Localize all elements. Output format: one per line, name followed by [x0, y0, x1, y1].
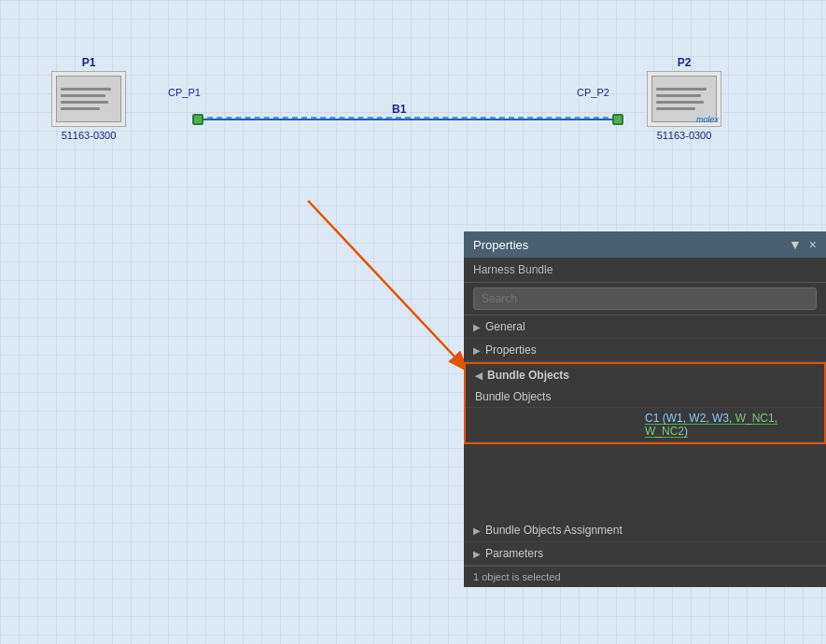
w-nc1-value: W_NC1, W_NC2 [645, 412, 777, 438]
chevron-down-icon: ◀ [475, 371, 483, 381]
section-bundle-assignment[interactable]: ▶ Bundle Objects Assignment [464, 519, 826, 542]
component-p1-box [51, 71, 126, 127]
bundle-wire [198, 115, 618, 124]
section-properties-label: Properties [485, 343, 537, 357]
bundle-objects-content: Bundle Objects C1 (W1, W2, W3, W_NC1, W_… [466, 386, 824, 442]
close-icon[interactable]: × [809, 237, 817, 252]
panel-header: Properties ▼ × [464, 231, 826, 258]
cp-p2-label: CP_P2 [577, 87, 609, 98]
component-p1-label: P1 [82, 56, 96, 69]
component-p2-label: P2 [678, 56, 692, 69]
conn-dot-right [612, 114, 623, 125]
canvas: P1 51163-0300 CP_P1 P2 molex 51163-0300 [0, 0, 826, 644]
panel-header-actions[interactable]: ▼ × [789, 237, 817, 252]
status-text: 1 object is selected [473, 571, 561, 582]
panel-type-label: Harness Bundle [464, 258, 826, 283]
section-parameters-label: Parameters [485, 547, 543, 560]
conn-dot-left [192, 114, 203, 125]
bundle-objects-row2-value: C1 (W1, W2, W3, W_NC1, W_NC2) [645, 412, 815, 438]
section-bundle-assignment-label: Bundle Objects Assignment [485, 524, 623, 537]
search-bar[interactable] [464, 283, 826, 315]
status-bar: 1 object is selected [464, 566, 826, 587]
component-p2-box: molex [647, 71, 721, 127]
section-properties[interactable]: ▶ Properties [464, 339, 826, 362]
bundle-objects-header[interactable]: ◀ Bundle Objects [466, 364, 824, 386]
component-p2-sublabel: 51163-0300 [657, 130, 712, 141]
bundle-objects-title: Bundle Objects [487, 369, 569, 382]
component-p1-sublabel: 51163-0300 [62, 130, 117, 141]
chevron-right-icon-2: ▶ [473, 345, 481, 356]
bundle-objects-row1-label: Bundle Objects [475, 390, 645, 403]
chevron-right-icon-3: ▶ [473, 525, 481, 536]
properties-panel: Properties ▼ × Harness Bundle ▶ General … [464, 231, 826, 587]
component-p2[interactable]: P2 molex 51163-0300 [647, 56, 721, 141]
component-p1[interactable]: P1 51163-0300 [51, 56, 126, 141]
section-general-label: General [485, 320, 525, 333]
cp-p1-label: CP_P1 [168, 87, 201, 98]
section-parameters[interactable]: ▶ Parameters [464, 542, 826, 566]
svg-line-1 [308, 201, 469, 371]
search-input[interactable] [473, 287, 817, 310]
chevron-right-icon-4: ▶ [473, 549, 481, 559]
empty-area [464, 444, 826, 519]
pin-icon[interactable]: ▼ [789, 237, 802, 252]
bundle-objects-row2: C1 (W1, W2, W3, W_NC1, W_NC2) [466, 408, 824, 442]
molex-label: molex [696, 115, 719, 124]
bundle-objects-section: ◀ Bundle Objects Bundle Objects C1 (W1, … [464, 362, 826, 444]
panel-title: Properties [473, 238, 528, 252]
bundle-objects-row1: Bundle Objects [466, 386, 824, 408]
chevron-right-icon: ▶ [473, 322, 481, 332]
section-general[interactable]: ▶ General [464, 315, 826, 339]
bundle-label: B1 [392, 103, 406, 116]
